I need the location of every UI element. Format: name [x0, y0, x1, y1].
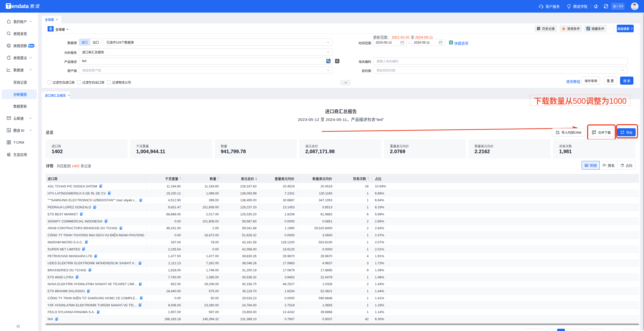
svg-text:BI: BI [8, 130, 10, 132]
svg-text:®: ® [39, 4, 40, 6]
svg-text:endata: endata [11, 3, 29, 9]
svg-text:腾道: 腾道 [30, 3, 40, 9]
